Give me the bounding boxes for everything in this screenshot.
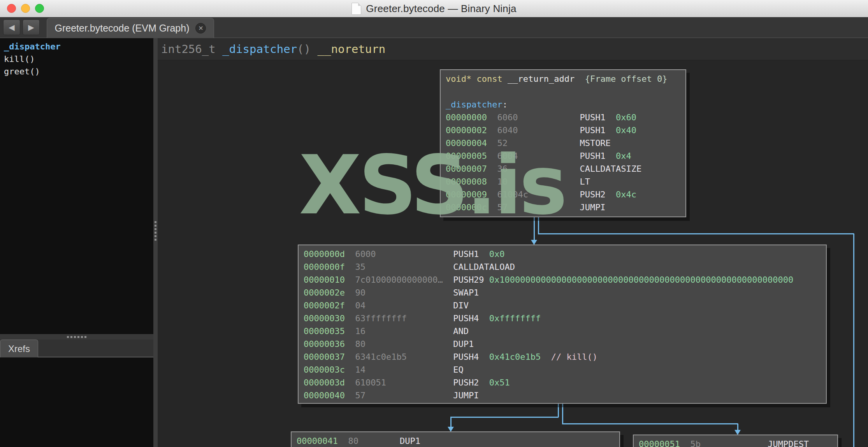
- disassembly-line[interactable]: 00000040 57 JUMPI: [304, 389, 826, 402]
- token-addr: 00000051: [639, 439, 680, 447]
- sidebar-vertical-splitter[interactable]: [153, 38, 158, 447]
- tab-close-icon[interactable]: ✕: [195, 23, 206, 33]
- token-bytes: 14: [355, 365, 453, 375]
- disassembly-line[interactable]: [446, 85, 685, 98]
- token-pln: [345, 339, 355, 349]
- token-mn: PUSH1: [453, 249, 489, 259]
- basic-block-block-0x51[interactable]: 00000051 5b JUMPDEST: [633, 435, 838, 447]
- token-pln: [487, 164, 497, 174]
- xrefs-tab-row: Xrefs: [0, 340, 153, 357]
- splitter-handle-dots: [67, 336, 86, 338]
- token-addr: 00000000: [446, 113, 487, 122]
- token-pln: [338, 436, 348, 446]
- token-pln: [311, 42, 317, 56]
- disassembly-line[interactable]: 00000009 61004c PUSH2 0x4c: [446, 188, 685, 201]
- token-pln: [487, 125, 497, 135]
- token-bytes: 6060: [497, 113, 580, 122]
- tab-xrefs[interactable]: Xrefs: [0, 340, 38, 357]
- basic-block-dispatcher-0x0[interactable]: void* const __return_addr {Frame offset …: [440, 69, 686, 217]
- token-mn: PUSH1: [580, 151, 616, 161]
- xrefs-panel: [0, 357, 153, 447]
- token-pln: :: [503, 100, 508, 109]
- disassembly-line[interactable]: 0000000c 57 JUMPI: [446, 201, 685, 214]
- disassembly-line[interactable]: 00000008 10 LT: [446, 175, 685, 188]
- disassembly-line[interactable]: 0000002f 04 DIV: [304, 299, 826, 312]
- disassembly-line[interactable]: 00000010 7c01000000000000… PUSH29 0x1000…: [304, 273, 826, 286]
- token-pln: [541, 352, 551, 362]
- token-pln: [487, 177, 497, 187]
- token-pln: [345, 301, 355, 310]
- basic-block-block-0x41[interactable]: 00000041 80 DUP1: [291, 431, 620, 447]
- token-com: // kill(): [551, 352, 597, 362]
- nav-back-button[interactable]: ◀: [3, 19, 20, 35]
- token-pln: [345, 378, 355, 387]
- disassembly-line[interactable]: 0000002e 90 SWAP1: [304, 286, 826, 299]
- token-mn: PUSH2: [580, 190, 616, 199]
- token-bytes: 57: [355, 391, 453, 400]
- token-op: 0x0: [489, 249, 505, 259]
- disassembly-line[interactable]: 00000030 63ffffffff PUSH4 0xffffffff: [304, 312, 826, 325]
- disassembly-line[interactable]: 0000003d 610051 PUSH2 0x51: [304, 376, 826, 389]
- tab-greeter-bytecode[interactable]: Greeter.bytecode (EVM Graph) ✕: [47, 18, 214, 38]
- disassembly-line[interactable]: 0000003c 14 EQ: [304, 363, 826, 376]
- token-op: 0x40: [616, 125, 636, 135]
- token-bytes: 6040: [497, 125, 580, 135]
- disassembly-line[interactable]: 00000004 52 MSTORE: [446, 137, 685, 150]
- token-bytes: 5b: [690, 439, 768, 447]
- splitter-handle-dots: [155, 221, 156, 241]
- token-op: 0x51: [489, 378, 510, 387]
- token-bytes: 80: [355, 339, 453, 349]
- window-titlebar: Greeter.bytecode — Binary Ninja: [0, 0, 868, 18]
- sidebar-function-greet[interactable]: greet(): [4, 65, 153, 78]
- token-bytes: 04: [355, 301, 453, 310]
- disassembly-line[interactable]: _dispatcher:: [446, 98, 685, 111]
- token-pln: [345, 391, 355, 400]
- token-pln: [471, 74, 476, 84]
- token-bytes: 61004c: [497, 190, 580, 199]
- token-pln: [575, 74, 585, 84]
- sidebar-horizontal-splitter[interactable]: [0, 334, 153, 340]
- disassembly-line[interactable]: 0000000f 35 CALLDATALOAD: [304, 260, 826, 273]
- disassembly-line[interactable]: 00000037 6341c0e1b5 PUSH4 0x41c0e1b5 // …: [304, 350, 826, 363]
- token-typ: const: [476, 74, 502, 84]
- sidebar-function-kill[interactable]: kill(): [4, 53, 153, 65]
- nav-forward-button[interactable]: ▶: [23, 19, 40, 35]
- token-pln: [487, 151, 497, 161]
- token-addr: 00000040: [304, 391, 345, 400]
- disassembly-line[interactable]: 00000005 6004 PUSH1 0x4: [446, 150, 685, 162]
- disassembly-line[interactable]: 00000000 6060 PUSH1 0x60: [446, 111, 685, 124]
- disassembly-line[interactable]: 00000035 16 AND: [304, 325, 826, 338]
- sidebar-function-_dispatcher[interactable]: _dispatcher: [4, 40, 153, 53]
- token-op: 0x41c0e1b5: [489, 352, 541, 362]
- token-bytes: 52: [497, 138, 580, 148]
- token-mn: PUSH1: [580, 125, 616, 135]
- token-addr: 00000004: [446, 138, 487, 148]
- token-addr: 0000002e: [304, 288, 345, 297]
- token-mn: AND: [453, 326, 469, 336]
- token-addr: 00000041: [297, 436, 338, 446]
- disassembly-line[interactable]: 00000007 36 CALLDATASIZE: [446, 162, 685, 175]
- token-addr: 00000005: [446, 151, 487, 161]
- token-pln: [345, 313, 355, 323]
- token-op: 0xffffffff: [489, 313, 541, 323]
- token-mn: LT: [580, 177, 590, 187]
- disassembly-line[interactable]: 00000051 5b JUMPDEST: [639, 438, 837, 447]
- token-bytes: 36: [497, 164, 580, 174]
- disassembly-line[interactable]: 00000036 80 DUP1: [304, 338, 826, 350]
- token-mn: SWAP1: [453, 288, 479, 297]
- token-addr: 0000003d: [304, 378, 345, 387]
- disassembly-line[interactable]: 00000041 80 DUP1: [297, 435, 619, 447]
- disassembly-line[interactable]: 0000000d 6000 PUSH1 0x0: [304, 248, 826, 260]
- disassembly-line[interactable]: void* const __return_addr {Frame offset …: [446, 72, 685, 85]
- token-bytes: 6000: [355, 249, 453, 259]
- token-addr: 0000000c: [446, 202, 487, 212]
- token-mn: PUSH4: [453, 313, 489, 323]
- function-header: int256_t _dispatcher() __noreturn: [158, 38, 868, 60]
- token-pln: [503, 74, 508, 84]
- token-mn: CALLDATALOAD: [453, 262, 515, 272]
- basic-block-block-0xd[interactable]: 0000000d 6000 PUSH1 0x00000000f 35 CALLD…: [298, 245, 827, 404]
- token-addr: 0000002f: [304, 301, 345, 310]
- token-addr: 00000002: [446, 125, 487, 135]
- disassembly-line[interactable]: 00000002 6040 PUSH1 0x40: [446, 124, 685, 137]
- token-var: __return_addr: [508, 74, 575, 84]
